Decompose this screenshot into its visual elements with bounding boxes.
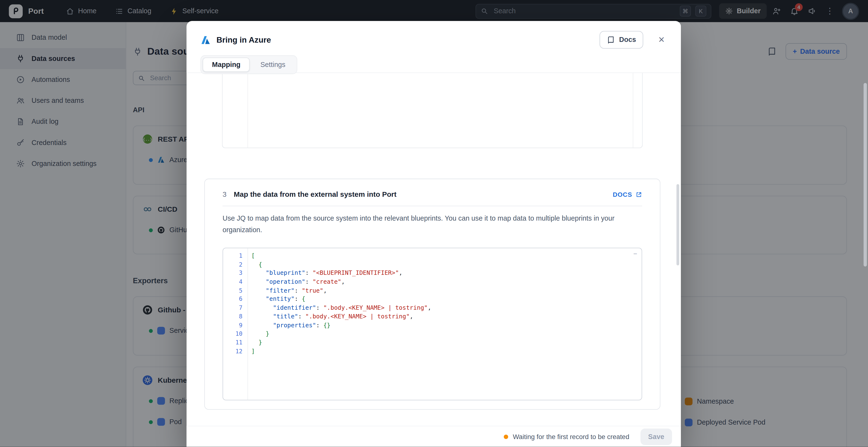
modal-footer: Waiting for the first record to be creat…: [187, 426, 681, 447]
editor-line-numbers: 123456789101112: [223, 248, 248, 400]
step-3-card: 3 Map the data from the external system …: [204, 179, 660, 410]
tab-settings[interactable]: Settings: [251, 58, 295, 72]
divider: [222, 206, 642, 206]
azure-icon: [200, 34, 211, 45]
bring-in-azure-modal: Bring in Azure Docs × Mapping Settings: [187, 21, 681, 447]
waiting-status: Waiting for the first record to be creat…: [504, 433, 629, 441]
close-icon[interactable]: ×: [654, 33, 669, 47]
docs-button-label: Docs: [619, 36, 636, 44]
previous-code-editor-partial[interactable]: [222, 73, 643, 148]
book-icon: [607, 36, 615, 44]
status-dot-orange: [504, 434, 508, 439]
step-number: 3: [222, 190, 227, 199]
page-scrollbar[interactable]: [864, 83, 867, 266]
modal-tabs: Mapping Settings: [200, 56, 297, 74]
step-description: Use JQ to map data from the source syste…: [222, 213, 635, 236]
modal-header: Bring in Azure Docs × Mapping Settings: [187, 21, 681, 73]
fold-minus-icon[interactable]: −: [633, 250, 637, 258]
modal-scrollbar[interactable]: [677, 184, 679, 266]
step-header: 3 Map the data from the external system …: [222, 190, 642, 199]
step-docs-link[interactable]: DOCS: [613, 191, 642, 198]
status-text: Waiting for the first record to be creat…: [513, 433, 629, 441]
jq-mapping-editor[interactable]: 123456789101112 [ { "blueprint": "<BLUEP…: [222, 248, 642, 401]
docs-button[interactable]: Docs: [600, 31, 643, 49]
save-button[interactable]: Save: [641, 428, 672, 445]
editor-code[interactable]: [ { "blueprint": "<BLUEPRINT_IDENTIFIER>…: [248, 248, 642, 400]
step-title: Map the data from the external system in…: [234, 190, 396, 199]
external-link-icon: [636, 191, 642, 198]
modal-body: 3 Map the data from the external system …: [187, 73, 681, 426]
docs-link-label: DOCS: [613, 191, 632, 198]
tab-mapping[interactable]: Mapping: [203, 58, 250, 72]
modal-title: Bring in Azure: [217, 35, 271, 44]
